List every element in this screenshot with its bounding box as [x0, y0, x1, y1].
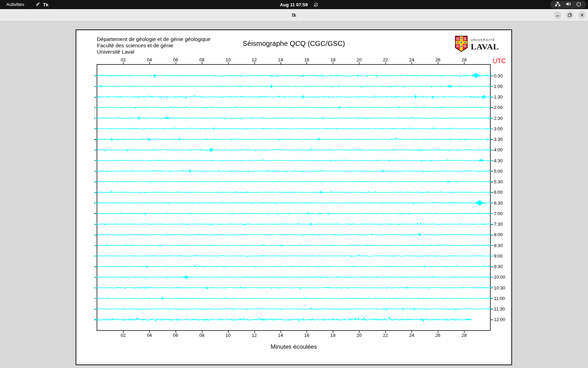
close-button[interactable] — [578, 11, 586, 19]
trace-time-label: 6:00 — [494, 190, 511, 195]
x-top-tick-label: 10 — [223, 57, 233, 62]
trace-time-label: 1:00 — [494, 84, 511, 89]
trace-time-label: 9:30 — [494, 264, 511, 269]
x-bottom-tick-label: 22 — [380, 333, 391, 338]
x-top-tick-label: 20 — [354, 57, 364, 62]
clock-menu[interactable]: Aug 11 07:59 — [5, 0, 588, 9]
volume-icon — [566, 1, 571, 8]
window-title: tk — [0, 9, 588, 21]
x-top-tick-label: 26 — [433, 57, 443, 62]
x-top-tick-label: 06 — [170, 57, 181, 62]
x-bottom-tick-label: 20 — [354, 333, 364, 338]
x-top-tick-label: 24 — [406, 57, 417, 62]
trace-time-label: 4:00 — [494, 147, 511, 152]
trace-time-label: 6:30 — [494, 200, 511, 206]
trace-time-label: 8:30 — [494, 243, 511, 248]
network-icon — [555, 1, 561, 8]
x-top-tick-label: 16 — [301, 57, 312, 62]
x-bottom-tick-label: 24 — [406, 333, 417, 338]
header-line-3: Université Laval — [97, 49, 134, 55]
trace-time-label: 3:30 — [494, 137, 511, 142]
trace-time-label: 2:30 — [494, 116, 511, 121]
logo-laval-label: LAVAL — [471, 42, 499, 51]
system-status-area[interactable] — [550, 1, 586, 8]
utc-axis-label: UTC — [493, 57, 506, 65]
universite-laval-logo: UNIVERSITÉ LAVAL — [454, 35, 499, 54]
logo-university-label: UNIVERSITÉ — [471, 39, 499, 42]
seismograph-frame: Département de géologie et de génie géol… — [76, 29, 512, 365]
x-top-tick-label: 04 — [144, 57, 155, 62]
x-bottom-tick-label: 28 — [459, 333, 469, 338]
trace-time-label: 11:30 — [494, 306, 511, 312]
trace-time-label: 7:30 — [494, 222, 511, 227]
x-bottom-tick-label: 02 — [118, 333, 128, 338]
trace-time-label: 8:00 — [494, 232, 511, 237]
trace-time-label: 7:00 — [494, 211, 511, 216]
x-top-tick-label: 28 — [459, 57, 469, 62]
x-bottom-tick-label: 26 — [433, 333, 443, 338]
trace-time-label: 4:30 — [494, 158, 511, 163]
maximize-button[interactable] — [566, 11, 574, 19]
laval-shield-icon — [454, 35, 468, 54]
trace-time-label: 10:30 — [494, 285, 511, 291]
x-bottom-tick-label: 16 — [301, 333, 312, 338]
x-bottom-tick-label: 12 — [249, 333, 260, 338]
trace-time-label: 5:30 — [494, 179, 511, 184]
x-bottom-tick-label: 18 — [328, 333, 338, 338]
trace-time-label: 1:30 — [494, 94, 511, 100]
trace-time-label: 0:30 — [494, 73, 511, 79]
minimize-button[interactable] — [554, 11, 561, 19]
trace-time-label: 9:00 — [494, 253, 511, 259]
x-top-tick-label: 14 — [275, 57, 286, 62]
notifications-muted-icon — [313, 2, 318, 7]
x-top-tick-label: 02 — [118, 57, 128, 62]
x-bottom-tick-label: 06 — [170, 333, 181, 338]
trace-time-label: 12:00 — [494, 317, 511, 322]
trace-time-label: 5:00 — [494, 169, 511, 174]
trace-time-label: 10:00 — [494, 274, 511, 280]
x-bottom-tick-label: 04 — [144, 333, 155, 338]
desktop-screen: Activities Tk Aug 11 07:59 — [0, 0, 588, 368]
clock-label: Aug 11 07:59 — [280, 2, 308, 7]
plot-title: Séismographe QCQ (CGC/GSC) — [76, 40, 511, 48]
x-top-tick-label: 12 — [249, 57, 260, 62]
x-bottom-tick-label: 10 — [223, 333, 233, 338]
window-titlebar[interactable]: tk — [0, 9, 588, 21]
x-top-tick-label: 08 — [197, 57, 207, 62]
trace-time-label: 11:00 — [494, 296, 511, 301]
x-top-tick-label: 18 — [328, 57, 338, 62]
x-axis-title: Minutes écoulées — [76, 343, 511, 350]
seismogram-canvas — [76, 30, 511, 364]
x-bottom-tick-label: 08 — [197, 333, 207, 338]
trace-time-label: 2:00 — [494, 105, 511, 110]
x-bottom-tick-label: 14 — [275, 333, 286, 338]
gnome-top-bar: Activities Tk Aug 11 07:59 — [0, 0, 588, 9]
power-icon — [576, 1, 581, 8]
x-top-tick-label: 22 — [380, 57, 391, 62]
trace-time-label: 3:00 — [494, 126, 511, 131]
